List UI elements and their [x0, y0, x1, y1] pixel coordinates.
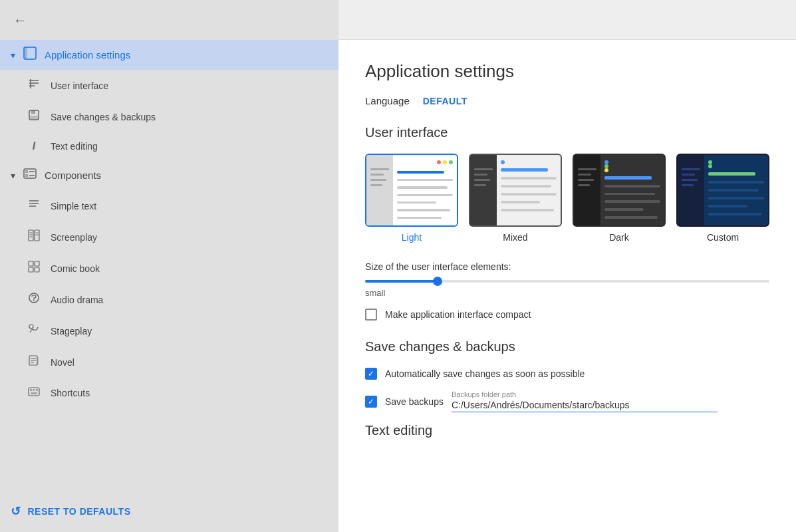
slider-thumb[interactable] — [433, 277, 442, 286]
sidebar-item-audio-drama[interactable]: Audio drama — [0, 284, 338, 315]
sidebar-item-text-label: Text editing — [51, 141, 98, 152]
theme-dark-left — [574, 155, 600, 225]
user-interface-section-title: User interface — [365, 125, 769, 140]
sidebar-item-text-editing[interactable]: I Text editing — [0, 132, 338, 160]
sidebar-item-application-settings[interactable]: ▾ Application settings — [0, 40, 338, 70]
svg-rect-38 — [33, 389, 35, 391]
sidebar-item-user-interface[interactable]: User interface — [0, 70, 338, 101]
theme-mixed-visual — [469, 154, 562, 227]
stageplay-icon — [27, 323, 41, 338]
reset-label: RESET TO DEFAULTS — [28, 506, 131, 517]
comic-book-icon — [27, 261, 41, 276]
theme-dark-label: Dark — [609, 232, 629, 243]
theme-custom[interactable]: Custom — [676, 154, 769, 243]
compact-checkbox[interactable] — [365, 309, 377, 321]
components-icon — [23, 167, 37, 184]
backup-field-group: Backups folder path C:/Users/Andrés/Docu… — [452, 390, 718, 412]
sidebar-item-audio-drama-label: Audio drama — [51, 295, 103, 305]
svg-point-29 — [33, 301, 35, 302]
main-content: Application settings Language DEFAULT Us… — [338, 0, 796, 532]
sidebar-item-novel[interactable]: Novel — [0, 346, 338, 378]
slider-container[interactable] — [365, 280, 769, 283]
sidebar: ← ▾ Application settings — [0, 0, 338, 532]
dot-green4 — [708, 164, 712, 168]
theme-light[interactable]: Light — [365, 154, 458, 243]
sidebar-item-simple-text[interactable]: Simple text — [0, 190, 338, 221]
sidebar-item-stageplay[interactable]: Stageplay — [0, 315, 338, 346]
screenplay-icon — [27, 229, 41, 245]
sidebar-items: ▾ Application settings User interface — [0, 40, 338, 491]
chevron-down-icon: ▾ — [11, 170, 15, 181]
svg-rect-39 — [36, 389, 38, 391]
sidebar-item-comic-book[interactable]: Comic book — [0, 253, 338, 284]
svg-rect-11 — [25, 174, 28, 177]
simple-text-icon — [27, 198, 41, 213]
sidebar-item-shortcuts[interactable]: Shortcuts — [0, 378, 338, 408]
auto-save-checkbox[interactable] — [365, 368, 377, 380]
sidebar-item-user-interface-label: User interface — [51, 80, 108, 91]
main-body: Application settings Language DEFAULT Us… — [338, 40, 796, 532]
compact-checkbox-label: Make application interface compact — [385, 309, 531, 320]
theme-mixed[interactable]: Mixed — [469, 154, 562, 243]
svg-rect-40 — [31, 392, 37, 394]
backup-folder-label: Backups folder path — [452, 390, 718, 398]
sidebar-components-header[interactable]: ▾ Components — [0, 160, 338, 190]
sidebar-components-label: Components — [45, 170, 101, 181]
reset-to-defaults-button[interactable]: ↺ RESET TO DEFAULTS — [0, 491, 338, 532]
theme-dark-right — [600, 155, 664, 225]
theme-mixed-label: Mixed — [503, 232, 527, 243]
sidebar-item-novel-label: Novel — [51, 357, 74, 368]
language-row: Language DEFAULT — [365, 95, 769, 106]
sidebar-item-shortcuts-label: Shortcuts — [51, 388, 90, 398]
language-label: Language — [365, 95, 410, 106]
theme-custom-right — [704, 155, 768, 225]
language-value[interactable]: DEFAULT — [423, 96, 467, 106]
sidebar-item-save-changes[interactable]: Save changes & backups — [0, 101, 338, 132]
sidebar-item-comic-book-label: Comic book — [51, 263, 100, 274]
slider-track — [365, 280, 769, 283]
theme-mixed-right — [497, 155, 561, 225]
sidebar-item-label: Application settings — [45, 49, 130, 61]
dot-red — [437, 160, 441, 164]
slider-label: Size of the user interface elements: — [365, 261, 769, 272]
text-editing-icon: I — [27, 140, 41, 152]
theme-mixed-dots — [501, 160, 557, 164]
app-settings-icon — [23, 47, 37, 63]
sidebar-item-screenplay[interactable]: Screenplay — [0, 221, 338, 253]
theme-custom-dots — [708, 160, 764, 168]
svg-rect-21 — [35, 230, 39, 241]
theme-light-visual — [365, 154, 458, 227]
svg-rect-10 — [25, 170, 28, 173]
save-backups-label: Save backups — [385, 396, 444, 407]
backup-folder-value[interactable]: C:/Users/Andrés/Documents/starc/backups — [452, 400, 718, 412]
shortcuts-icon — [27, 386, 41, 400]
svg-rect-7 — [31, 110, 35, 114]
user-interface-icon — [27, 78, 41, 93]
back-button[interactable]: ← — [11, 10, 29, 31]
theme-custom-visual — [676, 154, 769, 227]
svg-rect-37 — [30, 389, 32, 391]
text-editing-section-title: Text editing — [365, 423, 769, 438]
theme-light-label: Light — [402, 232, 422, 243]
sidebar-item-simple-text-label: Simple text — [51, 201, 96, 211]
svg-rect-26 — [29, 267, 33, 272]
theme-dark-visual — [573, 154, 666, 227]
theme-custom-left — [678, 155, 704, 225]
theme-light-dots — [397, 160, 453, 164]
svg-rect-27 — [35, 267, 39, 272]
theme-light-right — [393, 155, 457, 225]
sidebar-item-save-label: Save changes & backups — [51, 112, 156, 122]
theme-mixed-left — [470, 155, 497, 225]
page-title: Application settings — [365, 61, 769, 82]
theme-custom-label: Custom — [707, 232, 739, 243]
theme-dark[interactable]: Dark — [573, 154, 666, 243]
svg-rect-24 — [29, 261, 33, 266]
theme-cards: Light — [365, 154, 769, 243]
novel-icon — [27, 354, 41, 370]
svg-rect-25 — [35, 261, 39, 266]
dot-green — [449, 160, 453, 164]
save-backups-row: Save backups Backups folder path C:/User… — [365, 390, 769, 412]
theme-dark-dots — [604, 160, 660, 172]
sidebar-item-stageplay-label: Stageplay — [51, 326, 92, 336]
save-backups-checkbox[interactable] — [365, 396, 377, 408]
